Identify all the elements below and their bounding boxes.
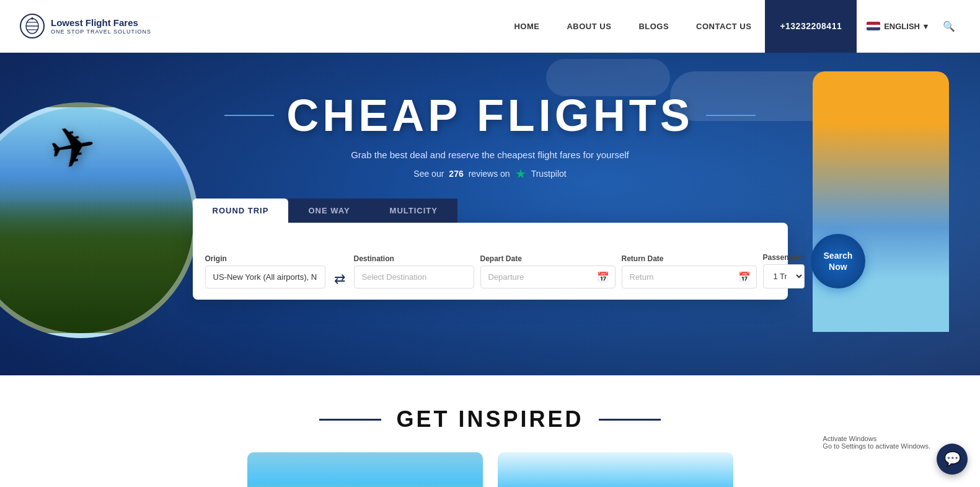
swap-button[interactable]: ⇄ bbox=[332, 271, 348, 287]
chevron-down-icon: ▾ bbox=[924, 22, 928, 31]
windows-notice-line1: Activate Windows bbox=[823, 435, 930, 442]
origin-label: Origin bbox=[205, 254, 325, 263]
search-button-wrap: Search Now bbox=[811, 234, 865, 288]
nav: HOME ABOUT US BLOGS CONTACT US +13232208… bbox=[500, 0, 960, 53]
title-line-right bbox=[706, 115, 756, 116]
inspired-title: GET INSPIRED bbox=[25, 406, 955, 432]
inspired-section: GET INSPIRED bbox=[0, 375, 980, 487]
logo-subtitle: ONE STOP TRAVEL SOLUTIONS bbox=[51, 29, 151, 35]
logo[interactable]: Lowest Flight Fares ONE STOP TRAVEL SOLU… bbox=[20, 14, 151, 38]
search-label-1: Search bbox=[824, 250, 853, 261]
title-line-left bbox=[224, 115, 274, 116]
return-date-input[interactable] bbox=[622, 266, 757, 288]
phone-button[interactable]: +13232208411 bbox=[765, 0, 857, 53]
search-icon[interactable]: 🔍 bbox=[938, 20, 960, 32]
reviews-count: 276 bbox=[449, 169, 463, 179]
origin-group: Origin bbox=[205, 254, 325, 288]
tab-round-trip[interactable]: ROUND TRIP bbox=[193, 199, 289, 223]
passengers-select[interactable]: 1 Traveler Economy 2 Travelers Economy 1… bbox=[763, 264, 805, 288]
hero-content: CHEAP FLIGHTS Grab the best deal and res… bbox=[0, 53, 980, 300]
destination-input[interactable] bbox=[354, 266, 474, 288]
passengers-group: Passengers 1 Traveler Economy 2 Traveler… bbox=[763, 253, 805, 288]
nav-blogs[interactable]: BLOGS bbox=[625, 22, 682, 31]
search-tabs: ROUND TRIP ONE WAY MULTICITY bbox=[193, 199, 788, 223]
reviews-suffix: reviews on bbox=[469, 169, 510, 179]
inspired-title-text: GET INSPIRED bbox=[396, 406, 583, 432]
destination-group: Destination bbox=[354, 254, 474, 288]
destination-card-1[interactable] bbox=[247, 452, 483, 487]
chat-bubble[interactable]: 💬 bbox=[937, 444, 968, 475]
hero-title-text: CHEAP FLIGHTS bbox=[286, 90, 694, 141]
trustpilot-star-icon: ★ bbox=[515, 166, 526, 181]
nav-home[interactable]: HOME bbox=[500, 22, 553, 31]
destination-cards bbox=[25, 452, 955, 487]
return-date-group: Return Date 📅 bbox=[622, 254, 757, 288]
reviews-bar: See our 276 reviews on ★ Trustpilot bbox=[413, 166, 566, 181]
depart-label: Depart Date bbox=[480, 254, 616, 263]
language-selector[interactable]: ENGLISH ▾ bbox=[857, 22, 938, 31]
inspired-line-left bbox=[319, 419, 381, 421]
search-label-2: Now bbox=[829, 261, 847, 272]
depart-date-input[interactable] bbox=[480, 266, 616, 288]
passengers-label: Passengers bbox=[763, 253, 805, 262]
nav-about[interactable]: ABOUT US bbox=[553, 22, 625, 31]
reviews-prefix: See our bbox=[413, 169, 444, 179]
origin-input[interactable] bbox=[205, 266, 325, 288]
search-now-button[interactable]: Search Now bbox=[811, 234, 865, 288]
header: Lowest Flight Fares ONE STOP TRAVEL SOLU… bbox=[0, 0, 980, 53]
search-form: Origin ⇄ Destination Depart Date 📅 bbox=[193, 223, 788, 300]
destination-label: Destination bbox=[354, 254, 474, 263]
inspired-line-right bbox=[599, 419, 661, 421]
trustpilot-label: Trustpilot bbox=[531, 169, 567, 179]
depart-date-group: Depart Date 📅 bbox=[480, 254, 616, 288]
lang-label: ENGLISH bbox=[884, 22, 920, 31]
search-widget: ROUND TRIP ONE WAY MULTICITY Origin ⇄ De… bbox=[193, 199, 788, 300]
tab-one-way[interactable]: ONE WAY bbox=[288, 199, 369, 223]
chat-icon: 💬 bbox=[944, 451, 961, 467]
return-label: Return Date bbox=[622, 254, 757, 263]
flag-icon bbox=[867, 22, 880, 30]
tab-multicity[interactable]: MULTICITY bbox=[370, 199, 457, 223]
destination-card-2[interactable] bbox=[498, 452, 733, 487]
windows-notice: Activate Windows Go to Settings to activ… bbox=[823, 435, 930, 450]
hero-section: ✈ CHEAP FLIGHTS Grab the best deal and r… bbox=[0, 53, 980, 375]
logo-icon bbox=[20, 14, 45, 38]
hero-title: CHEAP FLIGHTS bbox=[224, 90, 756, 141]
logo-title: Lowest Flight Fares bbox=[51, 17, 151, 29]
hero-subtitle: Grab the best deal and reserve the cheap… bbox=[351, 150, 629, 160]
windows-notice-line2: Go to Settings to activate Windows. bbox=[823, 442, 930, 450]
nav-contact[interactable]: CONTACT US bbox=[682, 22, 765, 31]
